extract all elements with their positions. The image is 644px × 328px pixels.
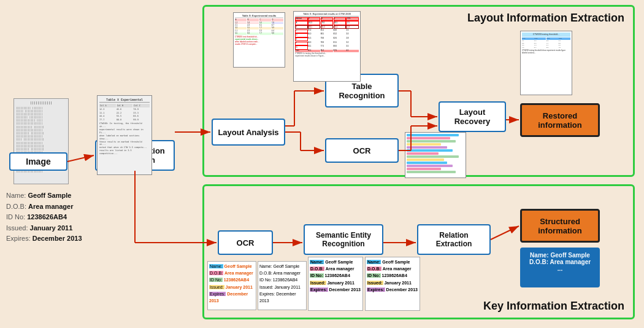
main-document-image: |||||||||||| |||||||||| ||||||| ||||| ||… — [13, 98, 69, 184]
layout-section-title: Layout Information Extraction — [467, 12, 624, 25]
ki-card-plain: Name: Geoff Sample D.O.B: Area manager I… — [258, 261, 307, 310]
result-card-blue: Name: Geoff SampleD.O.B: Area manager... — [520, 248, 600, 287]
layout-analysis-box: Layout Analysis — [212, 119, 285, 146]
relation-extraction-box: RelationExtraction — [417, 224, 491, 255]
ki-card-highlighted: Name: Geoff Sample D.O.B: Area manager I… — [207, 261, 256, 310]
image-box: Image — [9, 152, 67, 171]
restored-info-box: Restoredinformation — [520, 103, 600, 137]
restored-doc-image: CTW200 testing threshold... Col1Col2Col3… — [520, 31, 572, 95]
corrected-document-image: Table X Experimental Col ACol BCol C 12.… — [97, 95, 152, 175]
ocr-result-image — [405, 132, 466, 178]
main-container: Layout Information Extraction Key Inform… — [0, 0, 644, 328]
ocr-top-box: OCR — [325, 138, 399, 163]
key-section-title: Key Information Extraction — [483, 300, 624, 313]
ocr-bottom-box: OCR — [218, 230, 273, 255]
table-doc-image: Table X: Experimental results ABCD 1.23.… — [233, 12, 285, 68]
ki-card-entity: Name: Geoff Sample D.O.B: Area manager I… — [308, 257, 363, 311]
info-card: Name: Geoff Sample D.O.B: Area manager I… — [6, 190, 82, 244]
table-result-image: Table X: Experimental results on CTW-150… — [293, 11, 361, 82]
ki-card-relation: Name: Geoff Sample D.O.B: Area manager I… — [365, 257, 420, 311]
semantic-entity-box: Semantic EntityRecognition — [304, 224, 383, 255]
svg-line-2 — [67, 155, 94, 162]
layout-recovery-box: LayoutRecovery — [439, 101, 506, 132]
structured-info-box: Structuredinformation — [520, 209, 600, 243]
